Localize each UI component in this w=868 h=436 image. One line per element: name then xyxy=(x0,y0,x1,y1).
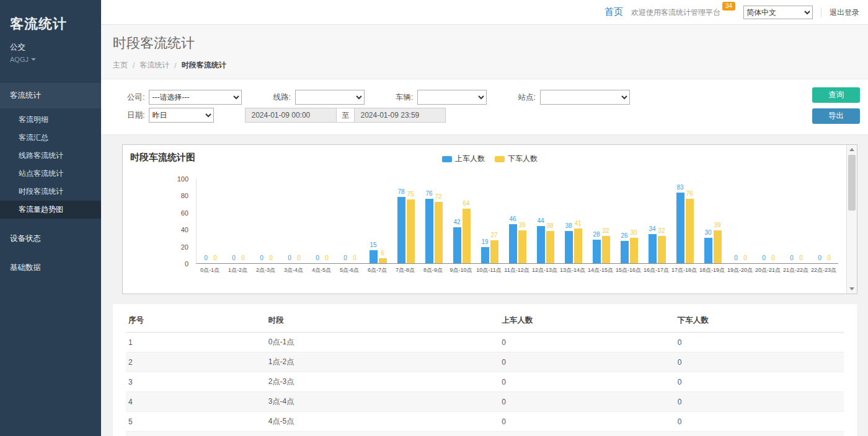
table-cell: 0 xyxy=(499,333,675,352)
bar-value-label: 76 xyxy=(425,190,432,197)
date-end-input[interactable] xyxy=(354,108,446,123)
chart-category-slot: 156 xyxy=(364,178,392,263)
home-link[interactable]: 首页 xyxy=(604,6,623,18)
chart-category-slot: 4264 xyxy=(448,178,476,263)
table-card: 序号 时段 上车人数 下车人数 10点-1点0021点-2点0032点-3点00… xyxy=(113,304,857,436)
bar: 78 xyxy=(397,197,405,263)
bar: 64 xyxy=(463,209,471,263)
account-dropdown[interactable]: AQGJ xyxy=(10,56,91,63)
scroll-down-button[interactable] xyxy=(847,284,857,294)
chart-category-slot: 2630 xyxy=(615,178,643,263)
chart-legend: 上车人数下车人数 xyxy=(442,154,538,164)
company-select[interactable]: ---请选择--- xyxy=(149,90,242,105)
bar: 30 xyxy=(630,238,638,263)
bar-value-label: 0 xyxy=(790,255,794,261)
export-button[interactable]: 导出 xyxy=(812,108,860,124)
header-boarding: 上车人数 xyxy=(499,309,675,333)
bar: 76 xyxy=(425,199,433,263)
sidebar-subitem[interactable]: 客流汇总 xyxy=(0,129,101,147)
x-axis-label: 9点-10点 xyxy=(447,266,475,274)
x-axis-label: 1点-2点 xyxy=(224,266,252,274)
logout-link[interactable]: 退出登录 xyxy=(821,7,859,17)
line-select[interactable] xyxy=(295,90,365,105)
query-button[interactable]: 查询 xyxy=(812,87,860,103)
x-axis-label: 11点-12点 xyxy=(503,266,531,274)
bar: 19 xyxy=(481,247,489,263)
bar: 38 xyxy=(546,231,554,263)
breadcrumb-item[interactable]: 主页 xyxy=(113,60,128,71)
table-cell: 0 xyxy=(499,372,675,392)
bar-value-label: 30 xyxy=(704,229,711,236)
chart-category-slot: 00 xyxy=(280,178,308,263)
x-axis-label: 2点-3点 xyxy=(252,266,280,274)
table-cell: 4点-5点 xyxy=(266,412,499,432)
period-stats-table: 序号 时段 上车人数 下车人数 10点-1点0021点-2点0032点-3点00… xyxy=(126,309,844,436)
table-row: 54点-5点00 xyxy=(126,412,844,432)
line-label: 线路: xyxy=(273,92,290,103)
language-select[interactable]: 简体中文 xyxy=(743,6,813,19)
table-cell: 3点-4点 xyxy=(266,392,499,412)
breadcrumb-item[interactable]: 客流统计 xyxy=(140,60,169,71)
bar: 28 xyxy=(593,240,601,263)
date-range-select[interactable]: 昨日 xyxy=(149,108,214,123)
chart-category-slot: 00 xyxy=(252,178,280,263)
date-label: 日期: xyxy=(127,110,144,121)
header-period: 时段 xyxy=(266,309,499,333)
chart-category-slot: 3432 xyxy=(643,178,671,263)
bar: 42 xyxy=(453,227,461,263)
bar-value-label: 6 xyxy=(381,250,384,256)
scroll-up-button[interactable] xyxy=(847,145,857,154)
y-axis-label: 100 xyxy=(177,175,188,183)
station-select[interactable] xyxy=(540,90,630,105)
bar: 26 xyxy=(621,241,629,263)
bar-value-label: 0 xyxy=(343,255,347,261)
legend-item[interactable]: 上车人数 xyxy=(442,154,485,164)
bar-value-label: 26 xyxy=(621,232,627,239)
scroll-up-icon xyxy=(849,148,854,151)
station-label: 站点: xyxy=(518,92,535,103)
bar: 6 xyxy=(379,258,387,263)
table-row: 65点-6点00 xyxy=(126,432,844,436)
sidebar-subitem[interactable]: 客流量趋势图 xyxy=(0,201,101,219)
bar-value-label: 0 xyxy=(269,255,273,261)
sidebar-item-passenger-stats[interactable]: 客流统计 xyxy=(0,83,101,108)
table-cell: 0 xyxy=(675,392,844,412)
bar-value-label: 38 xyxy=(546,222,553,229)
x-axis-label: 0点-1点 xyxy=(196,266,224,274)
vehicle-filter-group: 车辆: xyxy=(396,90,487,105)
bar: 46 xyxy=(509,224,517,263)
y-axis-label: 20 xyxy=(181,243,188,251)
bar-value-label: 0 xyxy=(297,255,301,261)
page-title: 时段客流统计 xyxy=(113,34,856,53)
bar-value-label: 0 xyxy=(353,255,356,261)
chart-category-slot: 3841 xyxy=(559,178,587,263)
chart-vertical-scrollbar[interactable] xyxy=(846,145,857,294)
x-axis-label: 14点-15点 xyxy=(587,266,614,274)
sidebar-subitem[interactable]: 客流明细 xyxy=(0,111,101,129)
legend-item[interactable]: 下车人数 xyxy=(495,154,538,164)
scrollbar-thumb[interactable] xyxy=(848,155,856,211)
sidebar-subitem[interactable]: 线路客流统计 xyxy=(0,147,101,165)
bar: 32 xyxy=(602,236,610,263)
table-cell: 0 xyxy=(675,333,844,352)
bar: 34 xyxy=(649,234,657,263)
bar: 44 xyxy=(537,226,545,263)
bar: 41 xyxy=(574,229,582,263)
sidebar-item-basic-data[interactable]: 基础数据 xyxy=(0,255,101,281)
date-start-input[interactable] xyxy=(245,108,337,123)
bar-value-label: 0 xyxy=(325,255,329,261)
chart-category-slot: 00 xyxy=(224,178,252,263)
sidebar-item-device-status[interactable]: 设备状态 xyxy=(0,226,101,251)
table-cell: 0 xyxy=(675,412,844,432)
x-axis-label: 16点-17点 xyxy=(642,266,670,274)
bar-value-label: 78 xyxy=(397,188,404,195)
x-axis-label: 18点-19点 xyxy=(698,266,726,274)
vehicle-select[interactable] xyxy=(417,90,487,105)
bar: 72 xyxy=(435,202,443,263)
table-body: 10点-1点0021点-2点0032点-3点0043点-4点0054点-5点00… xyxy=(126,333,844,436)
line-filter-group: 线路: xyxy=(273,90,364,105)
sidebar-subitem[interactable]: 站点客流统计 xyxy=(0,165,101,183)
sidebar-subitem[interactable]: 时段客流统计 xyxy=(0,183,101,201)
bar-value-label: 0 xyxy=(241,255,245,261)
table-cell: 2 xyxy=(126,352,266,372)
